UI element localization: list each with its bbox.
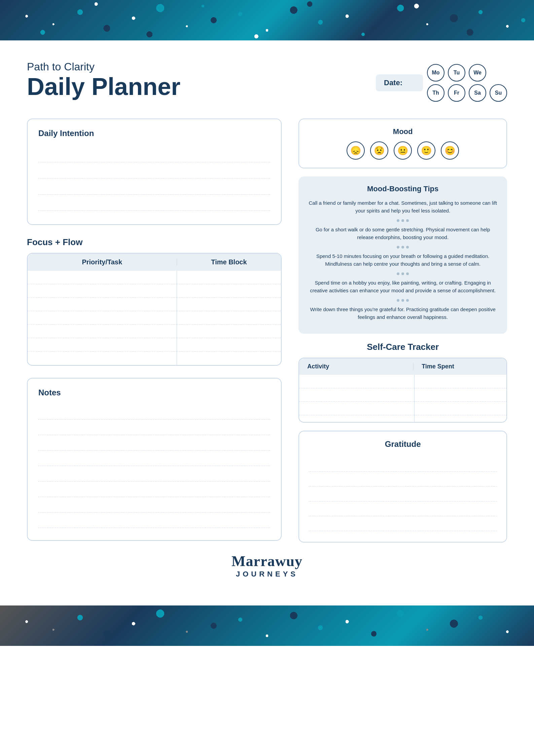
tip-4: Spend time on a hobby you enjoy, like pa… — [308, 279, 498, 294]
mood-box: Mood 😞 😟 😐 🙂 😊 — [298, 119, 507, 168]
tracker-rows — [299, 375, 506, 422]
mood-tips-title: Mood-Boosting Tips — [308, 185, 498, 193]
task-line-p1[interactable] — [28, 271, 177, 284]
page-title: Daily Planner — [27, 74, 376, 99]
gratitude-box: Gratitude — [298, 431, 507, 543]
task-col-priority-header: Priority/Task — [28, 258, 177, 266]
tracker-activity-line-1[interactable] — [299, 375, 414, 388]
focus-flow-title: Focus + Flow — [27, 237, 282, 248]
tip-dot — [401, 246, 404, 249]
intention-line-2[interactable] — [38, 162, 270, 178]
notes-box: Notes — [27, 378, 282, 541]
tip-dot — [401, 219, 404, 222]
days-row-bottom: Th Fr Sa Su — [427, 84, 507, 102]
tracker-time-line-3[interactable] — [415, 402, 506, 415]
gratitude-title: Gratitude — [309, 439, 497, 449]
day-circle-fr[interactable]: Fr — [448, 84, 465, 102]
task-line-p5[interactable] — [28, 325, 177, 338]
mood-face-2[interactable]: 😟 — [370, 141, 388, 160]
tip-dots-1 — [308, 219, 498, 222]
mood-face-5[interactable]: 😊 — [441, 141, 459, 160]
task-line-p3[interactable] — [28, 298, 177, 311]
tip-3: Spend 5-10 minutes focusing on your brea… — [308, 253, 498, 268]
task-line-p2[interactable] — [28, 284, 177, 298]
day-circle-sa[interactable]: Sa — [469, 84, 486, 102]
bottom-banner — [0, 605, 534, 646]
gratitude-lines — [309, 454, 497, 534]
task-line-t2[interactable] — [177, 284, 281, 298]
intention-line-4[interactable] — [38, 195, 270, 211]
tip-dot — [406, 272, 409, 275]
mood-face-4[interactable]: 🙂 — [417, 141, 435, 160]
mood-face-3[interactable]: 😐 — [394, 141, 412, 160]
day-circle-th[interactable]: Th — [427, 84, 444, 102]
notes-line-2[interactable] — [38, 420, 270, 435]
tracker-box: Activity Time Spent — [298, 358, 507, 423]
day-circle-su[interactable]: Su — [490, 84, 507, 102]
tip-dot — [397, 299, 399, 302]
tip-dot — [397, 246, 399, 249]
tracker-time-line-1[interactable] — [415, 375, 506, 388]
task-line-p6[interactable] — [28, 338, 177, 352]
notes-line-5[interactable] — [38, 466, 270, 482]
gratitude-line-4[interactable] — [309, 501, 497, 516]
day-circle-mo[interactable]: Mo — [427, 64, 444, 81]
day-circle-we[interactable]: We — [469, 64, 486, 81]
gratitude-line-5[interactable] — [309, 516, 497, 531]
tip-dots-3 — [308, 272, 498, 275]
tip-dot — [401, 272, 404, 275]
task-line-t1[interactable] — [177, 271, 281, 284]
tip-5: Write down three things you're grateful … — [308, 306, 498, 321]
notes-line-4[interactable] — [38, 451, 270, 466]
tracker-body-activity[interactable] — [299, 375, 414, 422]
tip-dots-4 — [308, 299, 498, 302]
tracker-time-line-2[interactable] — [415, 388, 506, 402]
logo-sub-text: JOURNEYS — [27, 570, 507, 579]
day-circle-tu[interactable]: Tu — [448, 64, 465, 81]
date-label[interactable]: Date: — [376, 74, 423, 91]
gratitude-line-1[interactable] — [309, 457, 497, 472]
tip-dot — [406, 219, 409, 222]
notes-lines — [38, 401, 270, 531]
daily-intention-lines — [38, 142, 270, 215]
tracker-activity-line-3[interactable] — [299, 402, 414, 415]
date-row: Date: Mo Tu We Th Fr Sa Su — [376, 64, 507, 102]
task-line-t3[interactable] — [177, 298, 281, 311]
two-column-layout: Daily Intention Focus + Flow Priority/Ta… — [27, 119, 507, 543]
tracker-body-time[interactable] — [415, 375, 506, 422]
focus-flow-section: Focus + Flow Priority/Task Time Block — [27, 237, 282, 366]
left-column: Daily Intention Focus + Flow Priority/Ta… — [27, 119, 282, 543]
task-line-p4[interactable] — [28, 311, 177, 325]
intention-line-3[interactable] — [38, 178, 270, 195]
tracker-activity-line-2[interactable] — [299, 388, 414, 402]
page-subtitle: Path to Clarity — [27, 61, 376, 73]
notes-line-7[interactable] — [38, 497, 270, 513]
days-row-top: Mo Tu We — [427, 64, 507, 81]
notes-title: Notes — [38, 388, 270, 397]
logo-main-text: Marrawuy — [27, 553, 507, 570]
task-table: Priority/Task Time Block — [27, 253, 282, 366]
gratitude-line-2[interactable] — [309, 472, 497, 487]
task-line-t6[interactable] — [177, 338, 281, 352]
task-col-time-header: Time Block — [177, 258, 281, 266]
task-line-t4[interactable] — [177, 311, 281, 325]
task-body-priority[interactable] — [28, 271, 177, 365]
mood-face-1[interactable]: 😞 — [347, 141, 365, 160]
task-body-time[interactable] — [177, 271, 281, 365]
task-table-header: Priority/Task Time Block — [28, 254, 281, 271]
tip-1: Call a friend or family member for a cha… — [308, 199, 498, 215]
gratitude-line-3[interactable] — [309, 487, 497, 501]
right-column: Mood 😞 😟 😐 🙂 😊 Mood-Boosting Tips Call a… — [298, 119, 507, 543]
mood-title: Mood — [306, 127, 500, 136]
notes-line-6[interactable] — [38, 482, 270, 497]
intention-line-1[interactable] — [38, 146, 270, 162]
date-day-block: Date: Mo Tu We Th Fr Sa Su — [376, 64, 507, 105]
daily-intention-box: Daily Intention — [27, 119, 282, 225]
task-line-t5[interactable] — [177, 325, 281, 338]
tracker-header: Activity Time Spent — [299, 358, 506, 375]
notes-line-8[interactable] — [38, 513, 270, 528]
mood-tips-box: Mood-Boosting Tips Call a friend or fami… — [298, 176, 507, 334]
notes-line-3[interactable] — [38, 435, 270, 451]
notes-line-1[interactable] — [38, 404, 270, 420]
self-care-title: Self-Care Tracker — [298, 342, 507, 352]
